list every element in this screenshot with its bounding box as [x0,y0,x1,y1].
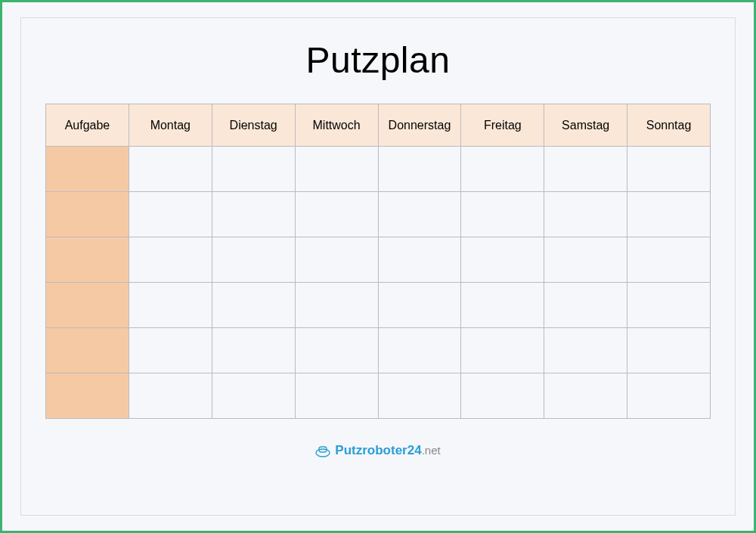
day-cell [129,147,212,192]
col-donnerstag: Donnerstag [378,104,461,147]
col-freitag: Freitag [461,104,544,147]
day-cell [212,283,295,328]
table-row [46,192,711,237]
day-cell [129,328,212,373]
day-cell [461,373,544,419]
table-row [46,147,711,192]
day-cell [129,373,212,419]
robot-icon [315,443,330,458]
day-cell [461,328,544,373]
brand-name: Putzroboter24 [335,443,421,457]
day-cell [544,373,627,419]
table-body [46,147,711,419]
day-cell [461,147,544,192]
day-cell [212,147,295,192]
col-mittwoch: Mittwoch [295,104,378,147]
sheet: Putzplan Aufgabe Montag Dienstag Mittwoc… [20,17,736,516]
footer-brand: Putzroboter24.net [45,443,711,458]
table-row [46,373,711,419]
day-cell [378,237,461,283]
day-cell [544,192,627,237]
day-cell [627,328,711,373]
day-cell [461,237,544,283]
day-cell [627,237,711,283]
day-cell [212,373,295,419]
day-cell [461,283,544,328]
day-cell [295,373,378,419]
day-cell [212,192,295,237]
task-cell [46,283,129,328]
day-cell [627,373,711,419]
col-sonntag: Sonntag [627,104,711,147]
day-cell [461,192,544,237]
table-row [46,237,711,283]
day-cell [544,328,627,373]
day-cell [295,147,378,192]
day-cell [295,237,378,283]
schedule-table: Aufgabe Montag Dienstag Mittwoch Donners… [45,104,711,419]
page-title: Putzplan [45,39,711,81]
col-montag: Montag [129,104,212,147]
task-cell [46,147,129,192]
col-aufgabe: Aufgabe [46,104,129,147]
svg-point-0 [316,449,330,457]
day-cell [378,147,461,192]
day-cell [295,192,378,237]
day-cell [627,283,711,328]
day-cell [544,147,627,192]
day-cell [378,283,461,328]
day-cell [544,237,627,283]
day-cell [627,192,711,237]
svg-point-2 [321,448,322,450]
day-cell [378,192,461,237]
day-cell [129,192,212,237]
svg-point-3 [324,448,325,450]
day-cell [378,373,461,419]
header-row: Aufgabe Montag Dienstag Mittwoch Donners… [46,104,711,147]
day-cell [627,147,711,192]
day-cell [129,283,212,328]
day-cell [129,237,212,283]
task-cell [46,328,129,373]
task-cell [46,237,129,283]
day-cell [378,328,461,373]
col-dienstag: Dienstag [212,104,295,147]
task-cell [46,192,129,237]
table-row [46,283,711,328]
day-cell [544,283,627,328]
task-cell [46,373,129,419]
day-cell [295,283,378,328]
col-samstag: Samstag [544,104,627,147]
table-row [46,328,711,373]
day-cell [295,328,378,373]
brand-tld: .net [422,444,441,457]
day-cell [212,237,295,283]
day-cell [212,328,295,373]
